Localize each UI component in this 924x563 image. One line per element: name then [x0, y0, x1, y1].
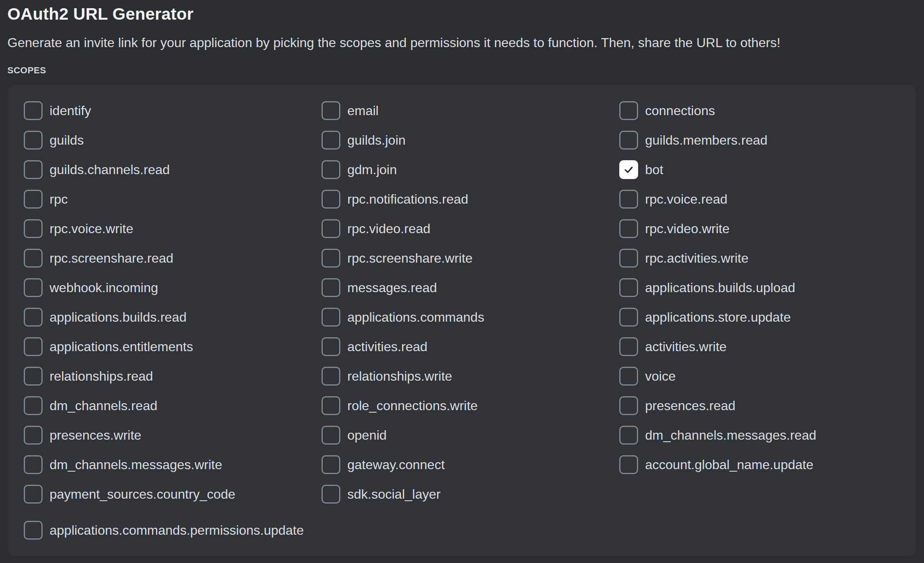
scope-item[interactable]: rpc.activities.write [619, 243, 917, 273]
scope-item[interactable]: payment_sources.country_code [24, 479, 322, 509]
scope-label: email [347, 103, 378, 118]
scopes-section-label: SCOPES [7, 66, 46, 75]
checkbox-unchecked[interactable] [24, 160, 43, 179]
scope-item[interactable]: applications.commands [322, 302, 619, 332]
checkbox-unchecked[interactable] [24, 131, 43, 150]
checkbox-unchecked[interactable] [322, 367, 340, 386]
checkbox-unchecked[interactable] [322, 308, 340, 327]
scope-item[interactable]: guilds.members.read [619, 125, 917, 155]
scope-item[interactable]: guilds.join [322, 125, 619, 155]
checkbox-unchecked[interactable] [322, 485, 340, 504]
scope-item[interactable]: openid [322, 420, 619, 450]
scope-item[interactable]: activities.write [619, 332, 917, 361]
scope-item[interactable]: identify [24, 96, 322, 125]
scope-label: rpc.video.write [645, 221, 729, 236]
checkbox-unchecked[interactable] [619, 249, 638, 268]
checkbox-unchecked[interactable] [619, 101, 638, 120]
scope-label: rpc [50, 192, 68, 207]
scope-item[interactable]: presences.read [619, 391, 917, 420]
checkbox-unchecked[interactable] [24, 367, 43, 386]
checkbox-unchecked[interactable] [619, 455, 638, 474]
checkbox-unchecked[interactable] [322, 396, 340, 415]
scope-item[interactable]: rpc.voice.read [619, 184, 917, 214]
scope-item[interactable]: role_connections.write [322, 391, 619, 420]
checkbox-unchecked[interactable] [322, 131, 340, 150]
scope-item[interactable]: messages.read [322, 273, 619, 302]
checkbox-unchecked[interactable] [619, 396, 638, 415]
scope-item[interactable]: applications.builds.upload [619, 273, 917, 302]
scope-label: guilds.channels.read [50, 162, 170, 177]
checkbox-unchecked[interactable] [24, 455, 43, 474]
scope-item[interactable]: applications.store.update [619, 302, 917, 332]
scope-item[interactable]: gateway.connect [322, 450, 619, 479]
scope-label: rpc.notifications.read [347, 192, 468, 207]
scope-item[interactable]: applications.entitlements [24, 332, 322, 361]
scope-item[interactable]: rpc.video.write [619, 214, 917, 243]
checkbox-unchecked[interactable] [619, 426, 638, 445]
scope-item[interactable]: bot [619, 155, 917, 184]
checkbox-unchecked[interactable] [619, 219, 638, 238]
checkbox-unchecked[interactable] [619, 367, 638, 386]
scope-item[interactable]: email [322, 96, 619, 125]
scope-item[interactable]: rpc.voice.write [24, 214, 322, 243]
checkbox-unchecked[interactable] [24, 101, 43, 120]
checkbox-unchecked[interactable] [322, 101, 340, 120]
checkbox-unchecked[interactable] [322, 455, 340, 474]
checkbox-unchecked[interactable] [619, 337, 638, 356]
checkbox-unchecked[interactable] [322, 426, 340, 445]
scope-label: guilds.join [347, 133, 405, 148]
checkbox-unchecked[interactable] [619, 308, 638, 327]
scopes-grid: identifyguildsguilds.channels.readrpcrpc… [24, 96, 900, 545]
scopes-column-1: identifyguildsguilds.channels.readrpcrpc… [24, 96, 322, 545]
scope-item[interactable]: rpc.screenshare.write [322, 243, 619, 273]
scope-item[interactable]: account.global_name.update [619, 450, 917, 479]
checkbox-unchecked[interactable] [24, 485, 43, 504]
checkbox-unchecked[interactable] [24, 521, 43, 540]
scope-item[interactable]: applications.commands.permissions.update [24, 515, 322, 545]
checkbox-unchecked[interactable] [24, 426, 43, 445]
scope-item[interactable]: dm_channels.messages.read [619, 420, 917, 450]
checkbox-unchecked[interactable] [619, 190, 638, 209]
scope-label: activities.write [645, 339, 727, 354]
checkbox-unchecked[interactable] [24, 308, 43, 327]
checkbox-unchecked[interactable] [619, 278, 638, 297]
scope-label: connections [645, 103, 715, 118]
checkbox-unchecked[interactable] [24, 249, 43, 268]
checkbox-checked[interactable] [619, 160, 638, 179]
checkbox-unchecked[interactable] [322, 160, 340, 179]
scope-item[interactable]: dm_channels.messages.write [24, 450, 322, 479]
scope-item[interactable]: presences.write [24, 420, 322, 450]
scope-item[interactable]: sdk.social_layer [322, 479, 619, 509]
checkbox-unchecked[interactable] [24, 337, 43, 356]
scope-label: voice [645, 369, 676, 384]
scope-item[interactable]: gdm.join [322, 155, 619, 184]
scope-item[interactable]: rpc.video.read [322, 214, 619, 243]
checkbox-unchecked[interactable] [322, 190, 340, 209]
scope-item[interactable]: activities.read [322, 332, 619, 361]
scope-label: webhook.incoming [50, 280, 158, 295]
scope-label: rpc.activities.write [645, 251, 749, 266]
checkbox-unchecked[interactable] [322, 337, 340, 356]
scope-item[interactable]: rpc [24, 184, 322, 214]
scope-item[interactable]: relationships.write [322, 361, 619, 391]
scope-item[interactable]: guilds.channels.read [24, 155, 322, 184]
checkbox-unchecked[interactable] [24, 219, 43, 238]
scope-item[interactable]: rpc.notifications.read [322, 184, 619, 214]
scope-item[interactable]: rpc.screenshare.read [24, 243, 322, 273]
checkbox-unchecked[interactable] [619, 131, 638, 150]
checkbox-unchecked[interactable] [24, 278, 43, 297]
scope-label: openid [347, 428, 387, 443]
checkbox-unchecked[interactable] [24, 396, 43, 415]
checkbox-unchecked[interactable] [322, 278, 340, 297]
scope-item[interactable]: dm_channels.read [24, 391, 322, 420]
scope-label: account.global_name.update [645, 457, 813, 472]
scope-item[interactable]: applications.builds.read [24, 302, 322, 332]
checkbox-unchecked[interactable] [322, 219, 340, 238]
checkbox-unchecked[interactable] [24, 190, 43, 209]
scope-item[interactable]: relationships.read [24, 361, 322, 391]
scope-item[interactable]: connections [619, 96, 917, 125]
scope-item[interactable]: guilds [24, 125, 322, 155]
checkbox-unchecked[interactable] [322, 249, 340, 268]
scope-item[interactable]: voice [619, 361, 917, 391]
scope-item[interactable]: webhook.incoming [24, 273, 322, 302]
